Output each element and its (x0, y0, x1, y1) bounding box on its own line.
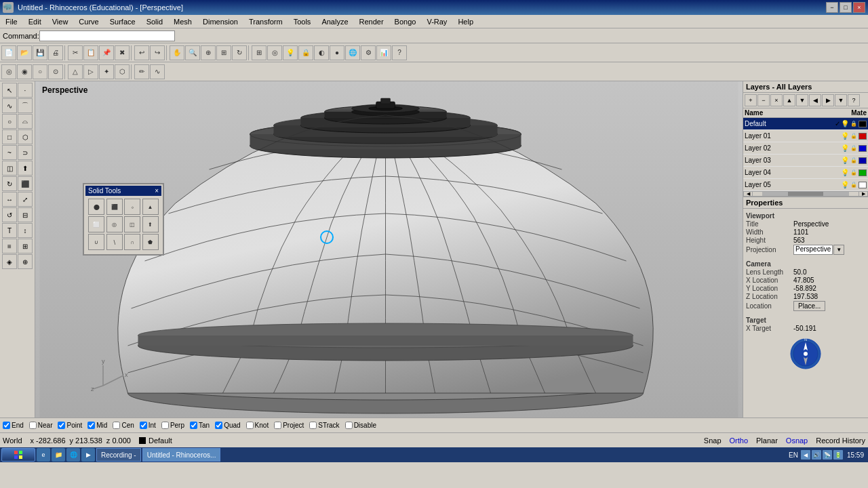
prop-projection-dropdown[interactable]: Perspective ▼ (793, 245, 844, 255)
layer-lock-icon-04[interactable]: 🔒 (850, 169, 858, 177)
menu-item-help[interactable]: Help (452, 16, 479, 27)
zoom-ext-btn[interactable]: ⊞ (216, 45, 231, 60)
rotate-btn[interactable]: ↻ (232, 45, 247, 60)
save-btn[interactable]: 💾 (33, 45, 47, 60)
snap-mode[interactable]: Snap (704, 436, 722, 445)
delete-btn[interactable]: ✖ (115, 45, 130, 60)
ortho-mode[interactable]: Ortho (730, 436, 749, 445)
layer-color-01[interactable] (859, 133, 867, 140)
hatch-tool[interactable]: ≡ (2, 239, 17, 253)
cut-btn[interactable]: ✂ (68, 45, 83, 60)
analysis-tool[interactable]: ◈ (2, 254, 17, 269)
layer-light-icon-05[interactable]: 💡 (841, 181, 849, 189)
rect-tool[interactable]: □ (2, 129, 17, 144)
layer-filter-btn[interactable]: ▼ (835, 94, 847, 106)
layer-color-02[interactable] (859, 145, 867, 152)
copy-btn[interactable]: 📋 (83, 45, 98, 60)
st-diff[interactable]: ∖ (106, 234, 123, 250)
mirror-tool[interactable]: ⊟ (18, 207, 33, 222)
record-history-mode[interactable]: Record History (816, 436, 865, 445)
t2-btn7[interactable]: ✦ (99, 64, 114, 79)
move-tool[interactable]: ↔ (2, 192, 17, 207)
new-btn[interactable]: 📄 (1, 45, 16, 60)
t2-curve-btn[interactable]: ∿ (150, 64, 165, 79)
snap-checkbox-tan[interactable] (190, 422, 197, 429)
layer-up-btn[interactable]: ▲ (783, 94, 795, 106)
menu-item-analyze[interactable]: Analyze (316, 16, 353, 27)
snap-checkbox-near[interactable] (29, 422, 37, 429)
menu-item-bongo[interactable]: Bongo (389, 16, 422, 27)
st-torus[interactable]: ◎ (106, 216, 123, 232)
snap-checkbox-knot[interactable] (246, 422, 254, 429)
snap-checkbox-project[interactable] (274, 422, 281, 429)
layer-row-03[interactable]: Layer 03 💡 🔒 (743, 155, 868, 167)
layer-lock-icon-05[interactable]: 🔒 (850, 181, 858, 189)
layer-light-icon-03[interactable]: 💡 (841, 157, 849, 165)
maximize-button[interactable]: □ (840, 2, 852, 13)
layer-color-03[interactable] (859, 157, 867, 164)
st-box[interactable]: ⬛ (106, 199, 123, 215)
snap-checkbox-end[interactable] (3, 422, 10, 429)
start-button[interactable] (1, 448, 35, 462)
menu-item-v-ray[interactable]: V-Ray (421, 16, 452, 27)
helix-tool[interactable]: ⊃ (18, 145, 33, 160)
text-tool[interactable]: T (2, 223, 17, 238)
t2-btn4[interactable]: ⊙ (48, 64, 63, 79)
menu-item-mesh[interactable]: Mesh (168, 16, 197, 27)
menu-item-edit[interactable]: Edit (23, 16, 47, 27)
layer-settings-btn[interactable]: ? (848, 94, 860, 106)
snap-checkbox-int[interactable] (140, 422, 147, 429)
menu-item-view[interactable]: View (47, 16, 74, 27)
misc-tool[interactable]: ⊕ (18, 254, 33, 269)
layer-delete-btn[interactable]: − (757, 94, 770, 106)
prop-btn[interactable]: 📊 (376, 45, 391, 60)
snap-checkbox-disable[interactable] (345, 422, 353, 429)
freeform-tool[interactable]: ~ (2, 145, 17, 160)
layer-close-btn[interactable]: × (770, 94, 783, 106)
menu-item-file[interactable]: File (0, 16, 23, 27)
curve-tool[interactable]: ∿ (2, 98, 17, 113)
rotate3d-tool[interactable]: ↺ (2, 207, 17, 222)
taskbar-extra-icon[interactable]: ▶ (81, 448, 95, 462)
snap-checkbox-strack[interactable] (309, 422, 317, 429)
st-sphere[interactable]: ⬤ (88, 199, 104, 215)
minimize-button[interactable]: − (826, 2, 838, 13)
layer-right-btn[interactable]: ▶ (822, 94, 834, 106)
menu-item-render[interactable]: Render (354, 16, 389, 27)
taskbar-ie-icon[interactable]: e (37, 448, 50, 462)
layer-lock-icon-03[interactable]: 🔒 (850, 157, 858, 165)
st-pipe[interactable]: ◫ (124, 216, 140, 232)
layer-light-icon-default[interactable]: 💡 (841, 120, 849, 128)
solid-tools-close-button[interactable]: × (155, 187, 159, 195)
menu-item-solid[interactable]: Solid (141, 16, 168, 27)
layer-light-icon-02[interactable]: 💡 (841, 144, 849, 152)
revolve-tool[interactable]: ↻ (2, 176, 17, 191)
t2-btn5[interactable]: △ (68, 64, 83, 79)
snap-btn[interactable]: ◎ (267, 45, 282, 60)
t2-btn6[interactable]: ▷ (83, 64, 98, 79)
t2-draw-btn[interactable]: ✏ (134, 64, 149, 79)
layer-light-icon-01[interactable]: 💡 (841, 132, 849, 140)
layer-color-default[interactable] (859, 121, 867, 127)
snap-checkbox-mid[interactable] (87, 422, 95, 429)
open-btn[interactable]: 📂 (17, 45, 32, 60)
t2-btn1[interactable]: ◎ (1, 64, 16, 79)
layer-left-btn[interactable]: ◀ (809, 94, 821, 106)
osnap-mode[interactable]: Osnap (786, 436, 808, 445)
st-cone[interactable]: ▲ (142, 199, 159, 215)
scroll-right-arrow[interactable]: ▶ (859, 191, 868, 197)
render-preview-btn[interactable]: ● (330, 45, 344, 60)
zoom-btn[interactable]: 🔍 (185, 45, 200, 60)
menu-item-dimension[interactable]: Dimension (197, 16, 243, 27)
planar-mode[interactable]: Planar (756, 436, 778, 445)
st-union[interactable]: ∪ (88, 234, 104, 250)
material-btn[interactable]: ◐ (314, 45, 329, 60)
point-tool[interactable]: · (18, 83, 33, 98)
dim-tool[interactable]: ↕ (18, 223, 33, 238)
snap-checkbox-cen[interactable] (113, 422, 120, 429)
polygon-tool[interactable]: ⬡ (18, 129, 33, 144)
pan-btn[interactable]: ✋ (170, 45, 184, 60)
scroll-track[interactable] (762, 192, 849, 196)
t2-btn8[interactable]: ⬡ (115, 64, 130, 79)
layer-row-01[interactable]: Layer 01 💡 🔒 (743, 130, 868, 142)
